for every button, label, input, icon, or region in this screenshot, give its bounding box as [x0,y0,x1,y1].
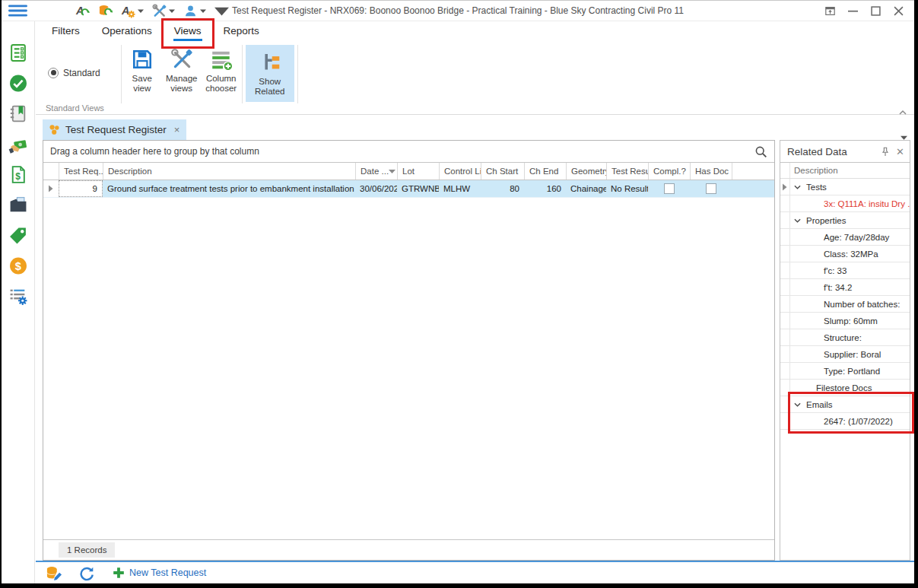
related-tree-row[interactable]: Structure: [780,329,910,346]
row-expand-icon[interactable] [43,180,59,197]
sidebar-documents-button[interactable] [8,196,28,216]
cell-compl[interactable] [648,180,690,197]
database-refresh-button[interactable] [97,2,114,20]
related-tree-row[interactable]: Supplier: Boral [780,346,910,363]
related-tree-row[interactable]: f't: 34.2 [780,279,910,296]
sidebar-journal-button[interactable] [8,105,28,125]
sidebar-costs-button[interactable]: $ [8,257,28,277]
show-related-button[interactable]: Show Related [246,45,294,102]
related-tree-row[interactable]: Type: Portland [780,363,910,380]
tree-node-child[interactable]: Structure: [790,329,910,345]
panel-close-icon[interactable]: ✕ [896,147,904,157]
column-header-test_req[interactable]: Test Req.... [59,163,103,180]
sidebar-payments-button[interactable] [8,135,28,155]
pin-icon[interactable] [881,147,889,157]
column-header-lot[interactable]: Lot [397,163,439,180]
hamburger-menu-icon[interactable] [8,4,28,17]
chevron-down-icon[interactable] [794,402,801,407]
sidebar-approvals-button[interactable] [8,75,28,94]
related-column-header[interactable]: Description [780,162,910,179]
sidebar-register-settings-button[interactable] [8,288,28,307]
tree-node-child[interactable]: Supplier: Boral [790,346,910,362]
chevron-down-icon[interactable] [794,185,801,189]
tree-node-child[interactable]: f'c: 33 [790,262,910,278]
column-header-ch_end[interactable]: Ch End [524,163,566,180]
search-icon[interactable] [754,145,767,158]
column-header-control[interactable]: Control Li... [439,163,481,180]
refresh-icon[interactable] [78,565,94,581]
run-settings-button[interactable]: A [119,2,145,20]
tree-node-child[interactable]: 2647: (1/07/2022) [790,413,910,429]
ribbon-tab-filters[interactable]: Filters [42,22,90,42]
related-tree-row[interactable]: 2647: (1/07/2022) [780,413,910,430]
related-tree-row[interactable]: 3x: Q111A: insitu Dry ... [780,195,910,212]
document-tab[interactable]: Test Request Register × [43,119,186,140]
checkbox-compl[interactable] [664,183,675,194]
group-by-panel[interactable]: Drag a column header here to group by th… [43,141,774,163]
sidebar-invoice-button[interactable]: $ [8,166,28,186]
cell-ch_end[interactable]: 160 [524,180,566,197]
tree-node-child[interactable]: Number of batches: [790,296,910,312]
new-test-request-button[interactable]: New Test Request [113,567,206,579]
sidebar-tags-button[interactable] [8,227,28,246]
ribbon-tab-views[interactable]: Views [164,22,211,42]
manage-views-button[interactable]: Manage views [163,46,201,114]
cell-geometry[interactable]: Chainage [566,180,606,197]
cell-control[interactable]: MLHW [439,180,481,197]
minimize-button[interactable] [843,2,862,19]
related-tree-row[interactable]: Number of batches: [780,296,910,313]
cell-has_doc[interactable] [690,180,732,197]
related-tree-row[interactable]: Slump: 60mm [780,313,910,329]
collapse-ribbon-icon[interactable] [899,104,907,110]
column-header-ch_start[interactable]: Ch Start [481,163,524,180]
maximize-button[interactable] [866,2,885,19]
tree-node-child[interactable]: Slump: 60mm [790,313,910,329]
tree-node-child[interactable]: 3x: Q111A: insitu Dry ... [790,195,910,211]
tree-node-group[interactable]: Emails [790,396,910,412]
user-button[interactable] [182,2,208,20]
tools-button[interactable] [151,2,176,20]
save-view-button[interactable]: Save view [123,46,161,114]
related-tree-row[interactable]: Filestore Docs [780,380,910,396]
cell-date[interactable]: 30/06/2022 [355,180,397,197]
tree-node-child[interactable]: Age: 7day/28day [790,229,910,245]
column-header-description[interactable]: Description [103,163,355,180]
sidebar-checklist-button[interactable] [8,44,28,64]
column-header-compl[interactable]: Compl.? [648,163,690,180]
cell-lot[interactable]: GTRWNB... [397,180,439,197]
cell-test_result[interactable]: No Result [606,180,648,197]
related-tree-row[interactable]: Tests [780,179,910,195]
close-button[interactable] [888,2,908,19]
tree-node-child[interactable]: Class: 32MPa [790,246,910,262]
tree-node-group[interactable]: Properties [790,212,910,228]
related-tree-row[interactable]: f'c: 33 [780,262,910,279]
edit-data-icon[interactable] [46,565,62,581]
column-chooser-button[interactable]: Column chooser [202,46,240,114]
customize-toolbar-button[interactable] [213,2,230,20]
tab-close-icon[interactable]: × [174,124,180,135]
related-tree-row[interactable]: Properties [780,212,910,229]
tree-node-leaf-group[interactable]: Filestore Docs [790,380,910,396]
column-header-date[interactable]: Date ... [355,163,397,180]
cell-description[interactable]: Ground surface treatment tests prior to … [103,180,355,197]
cell-test_req[interactable]: 9 [59,180,103,197]
table-row[interactable]: 9Ground surface treatment tests prior to… [43,180,774,198]
tree-node-group[interactable]: Tests [790,179,910,195]
column-header-geometry[interactable]: Geometry... [566,163,606,180]
related-tree-row[interactable]: Emails [780,396,910,413]
related-tree-row[interactable]: Age: 7day/28day [780,229,910,246]
tree-node-child[interactable]: f't: 34.2 [790,279,910,295]
column-header-test_result[interactable]: Test Resu... [606,163,648,180]
column-header-has_doc[interactable]: Has Doc [690,163,732,180]
tree-node-child[interactable]: Type: Portland [790,363,910,379]
run-refresh-button[interactable]: A [74,2,91,20]
tab-list-dropdown-icon[interactable] [901,129,907,134]
ribbon-tab-reports[interactable]: Reports [214,22,269,42]
panel-toggle-button[interactable] [820,2,840,19]
checkbox-has_doc[interactable] [706,183,716,194]
ribbon-tab-operations[interactable]: Operations [92,22,162,42]
chevron-down-icon[interactable] [794,218,801,223]
cell-ch_start[interactable]: 80 [481,180,524,197]
related-tree-row[interactable]: Class: 32MPa [780,246,910,262]
group-by-hint: Drag a column header here to group by th… [50,146,259,157]
